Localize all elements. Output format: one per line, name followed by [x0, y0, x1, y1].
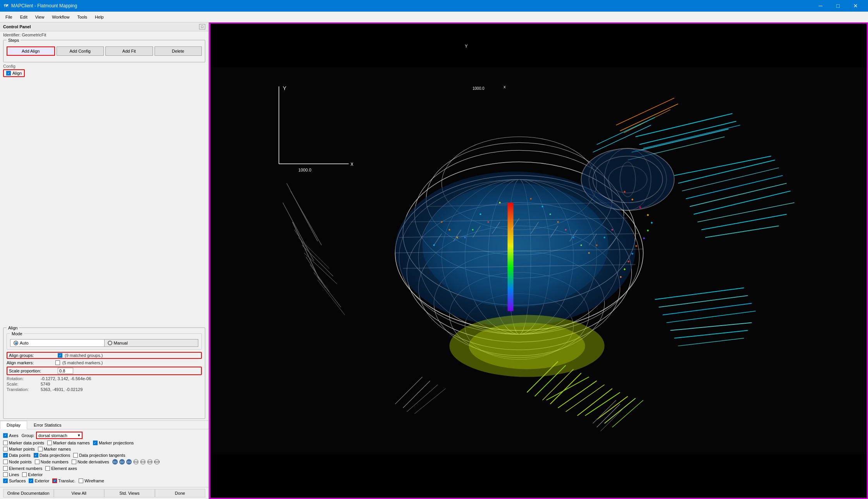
align-groups-checkbox[interactable] [58, 353, 62, 358]
menu-workflow[interactable]: Workflow [48, 13, 73, 21]
done-button[interactable]: Done [155, 489, 206, 497]
online-documentation-button[interactable]: Online Documentation [3, 489, 54, 497]
data-points-label: Data points [9, 453, 31, 458]
node-derivatives-checkbox[interactable] [72, 460, 76, 464]
node-d3[interactable]: D3 [126, 459, 132, 465]
transluc-label: Transluc. [58, 478, 76, 483]
y-axis-label: Y [465, 44, 468, 48]
element-axes-checkbox[interactable] [45, 466, 50, 471]
data-projection-tangents-item: Data projection tangents [73, 453, 125, 458]
node-d1[interactable]: D1 [112, 459, 118, 465]
svg-point-110 [596, 244, 598, 246]
lines-checkbox[interactable] [3, 472, 8, 477]
tab-display[interactable]: Display [0, 421, 27, 429]
menu-view[interactable]: View [31, 13, 48, 21]
node-points-item: Node points [3, 460, 32, 464]
svg-point-98 [487, 221, 489, 223]
node-d123[interactable]: D123 [154, 459, 160, 465]
add-config-button[interactable]: Add Config [57, 46, 104, 56]
add-fit-button[interactable]: Add Fit [105, 46, 153, 56]
display-row-7: Lines Exterior [3, 472, 205, 477]
exterior-surfaces-item: Exterior [29, 478, 49, 483]
menu-edit[interactable]: Edit [16, 13, 31, 21]
translation-label: Translation: [7, 387, 38, 392]
main-layout: Control Panel □ Identifier: GeometricFit… [0, 22, 868, 499]
align-groups-label: Align groups: [9, 353, 55, 358]
control-panel-title: Control Panel [3, 24, 31, 29]
marker-data-points-checkbox[interactable] [3, 441, 8, 445]
close-button[interactable]: ✕ [847, 0, 864, 12]
marker-projections-checkbox[interactable] [93, 441, 98, 445]
align-section: Align Mode Auto Manual [3, 328, 205, 419]
display-controls: Axes Group: dorsal stomach ▾ Marker d [0, 429, 208, 487]
marker-points-label: Marker points [9, 447, 35, 451]
menu-help[interactable]: Help [91, 13, 108, 21]
tab-error-statistics[interactable]: Error Statistics [27, 421, 68, 429]
empty-area [0, 79, 208, 326]
axes-checkbox[interactable] [3, 433, 8, 438]
exterior-lines-label: Exterior [28, 472, 43, 477]
marker-data-names-checkbox[interactable] [47, 441, 52, 445]
group-select[interactable]: dorsal stomach ▾ [36, 432, 83, 439]
control-panel-header: Control Panel □ [0, 22, 208, 31]
minimize-button[interactable]: ─ [812, 0, 829, 12]
svg-point-102 [530, 198, 531, 199]
axis-value-label: 1000.0 [473, 86, 485, 91]
exterior-lines-item: Exterior [22, 472, 43, 477]
display-row-2: Marker data points Marker data names Mar… [3, 441, 205, 445]
wireframe-checkbox[interactable] [79, 478, 83, 483]
group-label: Group: [21, 433, 34, 438]
surfaces-checkbox[interactable] [3, 478, 8, 483]
node-numbers-checkbox[interactable] [35, 460, 40, 464]
delete-button[interactable]: Delete [155, 46, 202, 56]
node-d2[interactable]: D2 [119, 459, 125, 465]
config-align-checkbox-row[interactable]: Align [3, 69, 25, 77]
right-panel: Y x 1000.0 [209, 22, 868, 499]
transluc-checkbox[interactable] [52, 478, 57, 483]
element-numbers-checkbox[interactable] [3, 466, 8, 471]
window-controls: ─ □ ✕ [812, 0, 864, 12]
svg-text:1000.0: 1000.0 [298, 168, 311, 172]
svg-point-101 [499, 202, 500, 203]
exterior-lines-checkbox[interactable] [22, 472, 27, 477]
scale-proportion-input[interactable] [58, 368, 73, 374]
marker-names-checkbox[interactable] [38, 447, 43, 451]
marker-names-item: Marker names [38, 447, 71, 451]
node-points-checkbox[interactable] [3, 460, 8, 464]
node-d13[interactable]: D13 [140, 459, 146, 465]
bottom-bar: Online Documentation View All Std. Views… [0, 487, 208, 499]
display-row-1: Axes Group: dorsal stomach ▾ [3, 432, 205, 439]
mode-manual-button[interactable]: Manual [104, 339, 199, 347]
marker-data-points-item: Marker data points [3, 441, 44, 445]
align-markers-checkbox[interactable] [55, 360, 60, 365]
translation-value: 5363, -4931, -0.02129 [41, 387, 83, 392]
display-row-4: Data points Data projections Data projec… [3, 453, 205, 458]
mode-buttons: Auto Manual [7, 338, 201, 349]
viewport-canvas[interactable]: Y x 1000.0 [209, 22, 868, 499]
auto-radio [14, 341, 18, 345]
view-all-button[interactable]: View All [54, 489, 105, 497]
menu-file[interactable]: File [2, 13, 16, 21]
maximize-button[interactable]: □ [829, 0, 847, 12]
left-panel: Control Panel □ Identifier: GeometricFit… [0, 22, 209, 499]
mode-auto-button[interactable]: Auto [10, 339, 104, 347]
add-align-button[interactable]: Add Align [7, 46, 55, 56]
data-projection-tangents-checkbox[interactable] [73, 453, 78, 458]
data-projections-item: Data projections [34, 453, 70, 458]
menu-tools[interactable]: Tools [73, 13, 91, 21]
svg-point-104 [550, 213, 551, 215]
data-points-checkbox[interactable] [3, 453, 8, 458]
marker-points-checkbox[interactable] [3, 447, 8, 451]
rotation-value: -0.1272, 3.142, -6.564e-06 [41, 376, 91, 381]
node-d12[interactable]: D12 [133, 459, 139, 465]
panel-expand-button[interactable]: □ [199, 24, 205, 29]
data-projections-label: Data projections [40, 453, 70, 458]
node-d23[interactable]: D23 [147, 459, 153, 465]
node-numbers-label: Node numbers [41, 460, 69, 464]
marker-names-label: Marker names [44, 447, 71, 451]
std-views-button[interactable]: Std. Views [104, 489, 155, 497]
svg-point-108 [581, 244, 582, 246]
config-align-checkbox[interactable] [6, 71, 11, 75]
data-projections-checkbox[interactable] [34, 453, 38, 458]
exterior-surfaces-checkbox[interactable] [29, 478, 33, 483]
